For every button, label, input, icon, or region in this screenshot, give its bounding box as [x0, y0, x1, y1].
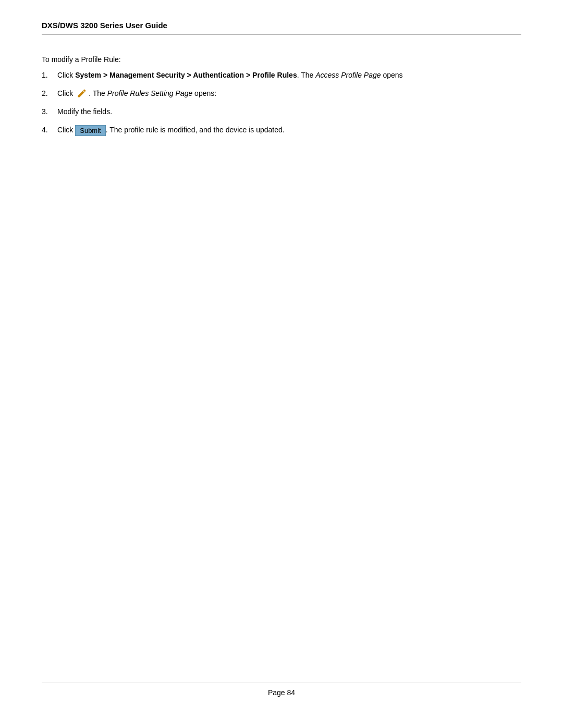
intro-text: To modify a Profile Rule: [42, 55, 521, 64]
step-3: 3. Modify the fields. [42, 106, 521, 117]
submit-button[interactable]: Submit [75, 125, 105, 136]
step-1-number: 1. [42, 70, 57, 81]
step-1-italic: Access Profile Page [315, 71, 381, 79]
step-1-content: Click System > Management Security > Aut… [57, 70, 521, 81]
step-2-number: 2. [42, 88, 57, 99]
step-3-content: Modify the fields. [57, 106, 521, 117]
steps-list: 1. Click System > Management Security > … [42, 70, 521, 136]
step-4-content: Click Submit. The profile rule is modifi… [57, 125, 521, 136]
page-title: DXS/DWS 3200 Series User Guide [42, 21, 521, 30]
step-4-number: 4. [42, 125, 57, 135]
header-divider [42, 34, 521, 34]
content-section: To modify a Profile Rule: 1. Click Syste… [42, 55, 521, 672]
step-2-post2: opens: [192, 89, 216, 97]
step-1-pre-bold: Click [57, 71, 75, 79]
step-4-post: . The profile rule is modified, and the … [106, 126, 285, 134]
step-4: 4. Click Submit. The profile rule is mod… [42, 125, 521, 136]
step-3-number: 3. [42, 106, 57, 117]
step-1-post2: opens [381, 71, 403, 79]
step-2-italic: Profile Rules Setting Page [107, 89, 192, 97]
step-1-post: . The [297, 71, 316, 79]
step-2-pre: Click [57, 89, 75, 97]
step-2: 2. Click . The Profile Rules Setting Pag… [42, 88, 521, 99]
footer-section: Page 84 [42, 672, 521, 697]
step-2-post: . The [89, 89, 107, 97]
footer-page-number: Page 84 [42, 688, 521, 697]
step-1-bold: System > Management Security > Authentic… [75, 71, 297, 79]
step-1: 1. Click System > Management Security > … [42, 70, 521, 81]
footer-divider [42, 683, 521, 683]
step-2-content: Click . The Profile Rules Setting Page o… [57, 88, 521, 99]
page-container: DXS/DWS 3200 Series User Guide To modify… [0, 0, 563, 728]
header-section: DXS/DWS 3200 Series User Guide [42, 21, 521, 50]
step-4-pre: Click [57, 126, 75, 134]
edit-icon [77, 88, 87, 98]
